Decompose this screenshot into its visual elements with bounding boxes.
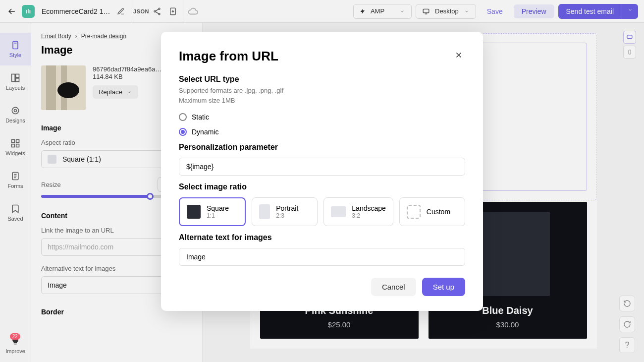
close-button[interactable] [452,49,465,61]
radio-static[interactable]: Static [179,113,465,121]
radio-icon [179,113,187,121]
personalization-input[interactable] [179,158,465,176]
ratio-sub: 2:3 [276,212,298,219]
ratio-sub: 3:2 [352,212,386,219]
radio-label: Dynamic [192,128,218,136]
modal-title: Image from URL [179,49,278,64]
modal-alt-text-input[interactable] [179,248,465,266]
ratio-landscape[interactable]: Landscape3:2 [323,197,393,226]
landscape-swatch-icon [331,206,346,217]
url-type-hint: Supported formats are .jpg, .png, .gif M… [179,86,465,105]
close-icon [454,51,463,60]
square-swatch-icon [187,205,201,219]
ratio-portrait[interactable]: Portrait2:3 [252,197,318,226]
portrait-swatch-icon [259,204,270,219]
ratio-sub: 1:1 [207,212,229,219]
custom-swatch-icon [407,205,421,219]
radio-icon [179,128,187,136]
radio-label: Static [192,113,209,121]
radio-dynamic[interactable]: Dynamic [179,128,465,136]
ratio-name: Landscape [352,204,386,212]
cancel-button[interactable]: Cancel [371,278,416,296]
personalization-heading: Personalization parameter [179,143,465,152]
modal-overlay: Image from URL Select URL type Supported… [0,0,644,362]
url-type-heading: Select URL type [179,75,465,84]
ratio-heading: Select image ratio [179,182,465,191]
alt-text-heading: Alternate text for images [179,233,465,242]
ratio-name: Portrait [276,204,298,212]
ratio-custom[interactable]: Custom [399,197,465,226]
ratio-name: Custom [427,208,450,216]
ratio-square[interactable]: Square1:1 [179,197,246,226]
set-up-button[interactable]: Set up [422,278,465,296]
ratio-name: Square [207,204,229,212]
image-from-url-modal: Image from URL Select URL type Supported… [161,32,483,311]
